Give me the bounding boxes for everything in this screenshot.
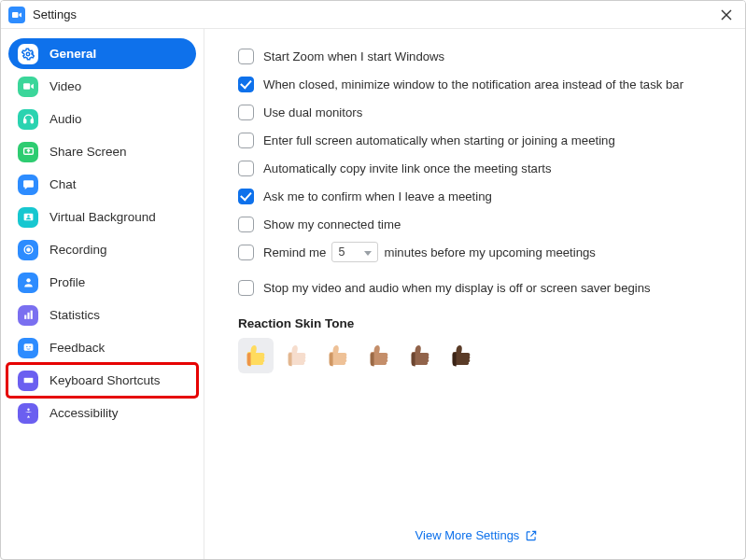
skin-tone-light[interactable] bbox=[279, 338, 315, 373]
option-label: Show my connected time bbox=[263, 217, 401, 231]
svg-rect-5 bbox=[23, 119, 25, 123]
svg-point-3 bbox=[26, 52, 30, 56]
checkbox[interactable] bbox=[238, 217, 254, 232]
remind-minutes-value: 5 bbox=[338, 245, 345, 259]
sidebar-item-statistics[interactable]: Statistics bbox=[8, 300, 196, 330]
svg-point-11 bbox=[26, 248, 29, 251]
sidebar-item-label: General bbox=[49, 47, 96, 61]
sidebar-item-label: Profile bbox=[49, 275, 85, 289]
profile-icon bbox=[18, 273, 38, 293]
feedback-icon bbox=[18, 338, 38, 358]
svg-rect-0 bbox=[12, 12, 19, 18]
option-label: Enter full screen automatically when sta… bbox=[263, 133, 615, 147]
reaction-skin-tone-title: Reaction Skin Tone bbox=[238, 316, 715, 330]
sidebar-item-label: Recording bbox=[49, 243, 107, 257]
skin-tone-default[interactable] bbox=[238, 338, 274, 373]
sidebar-item-label: Feedback bbox=[49, 341, 105, 355]
sidebar-item-virtual-background[interactable]: Virtual Background bbox=[8, 202, 196, 232]
svg-point-26 bbox=[27, 409, 29, 411]
recording-icon bbox=[18, 240, 38, 260]
option-confirm-leave: Ask me to confirm when I leave a meeting bbox=[238, 184, 715, 208]
video-icon bbox=[18, 77, 38, 97]
chat-icon bbox=[18, 175, 38, 195]
skin-tone-row bbox=[238, 338, 715, 373]
sidebar-item-accessibility[interactable]: Accessibility bbox=[8, 398, 196, 428]
sidebar-item-label: Virtual Background bbox=[49, 210, 156, 224]
svg-rect-4 bbox=[23, 83, 30, 90]
svg-point-18 bbox=[29, 346, 30, 347]
sidebar-item-chat[interactable]: Chat bbox=[8, 169, 196, 200]
checkbox[interactable] bbox=[238, 49, 254, 64]
checkbox[interactable] bbox=[238, 189, 254, 204]
sidebar-item-label: Chat bbox=[49, 177, 77, 191]
sidebar-item-keyboard-shortcuts[interactable]: Keyboard Shortcuts bbox=[8, 365, 196, 396]
option-start-with-windows: Start Zoom when I start Windows bbox=[238, 44, 715, 68]
option-label: Start Zoom when I start Windows bbox=[263, 49, 444, 63]
sidebar-item-label: Keyboard Shortcuts bbox=[49, 373, 161, 387]
settings-window: Settings General Video bbox=[0, 0, 746, 560]
option-label: Stop my video and audio when my display … bbox=[263, 281, 651, 295]
checkbox[interactable] bbox=[238, 161, 254, 176]
skin-tone-medium[interactable] bbox=[361, 338, 397, 373]
svg-point-12 bbox=[26, 278, 30, 282]
titlebar: Settings bbox=[1, 1, 745, 29]
accessibility-icon bbox=[18, 403, 38, 424]
option-remind: Remind me 5 minutes before my upcoming m… bbox=[238, 240, 715, 264]
option-dual-monitors: Use dual monitors bbox=[238, 100, 715, 124]
window-title: Settings bbox=[33, 7, 77, 21]
sidebar-item-audio[interactable]: Audio bbox=[8, 104, 196, 134]
checkbox[interactable] bbox=[238, 133, 254, 148]
skin-tone-medium-light[interactable] bbox=[320, 338, 356, 373]
share-screen-icon bbox=[18, 142, 38, 162]
sidebar-item-label: Statistics bbox=[49, 308, 100, 322]
settings-panel: Start Zoom when I start Windows When clo… bbox=[204, 29, 745, 559]
virtual-background-icon bbox=[18, 207, 38, 228]
checkbox[interactable] bbox=[238, 105, 254, 120]
sidebar-item-video[interactable]: Video bbox=[8, 71, 196, 102]
checkbox[interactable] bbox=[238, 77, 254, 92]
link-label: View More Settings bbox=[415, 528, 520, 542]
option-copy-invite: Automatically copy invite link once the … bbox=[238, 156, 715, 180]
svg-rect-16 bbox=[23, 343, 33, 351]
statistics-icon bbox=[18, 305, 38, 326]
option-label: Ask me to confirm when I leave a meeting bbox=[263, 189, 492, 203]
svg-point-9 bbox=[27, 215, 29, 217]
keyboard-icon bbox=[18, 371, 38, 391]
svg-point-17 bbox=[26, 346, 27, 347]
sidebar-item-general[interactable]: General bbox=[8, 38, 196, 69]
option-label: minutes before my upcoming meetings bbox=[384, 245, 596, 259]
checkbox[interactable] bbox=[238, 280, 254, 296]
sidebar-item-label: Accessibility bbox=[49, 406, 119, 420]
option-stop-av-screensaver: Stop my video and audio when my display … bbox=[238, 275, 715, 300]
option-label: Use dual monitors bbox=[263, 105, 362, 119]
sidebar-item-profile[interactable]: Profile bbox=[8, 267, 196, 298]
svg-rect-13 bbox=[24, 315, 26, 319]
app-icon bbox=[8, 7, 25, 23]
svg-rect-19 bbox=[23, 377, 34, 384]
sidebar: General Video Audio Share Screen bbox=[1, 29, 204, 559]
sidebar-item-recording[interactable]: Recording bbox=[8, 234, 196, 265]
option-label: Automatically copy invite link once the … bbox=[263, 161, 552, 175]
gear-icon bbox=[18, 44, 38, 64]
headphones-icon bbox=[18, 109, 38, 130]
sidebar-item-label: Audio bbox=[49, 112, 82, 126]
sidebar-item-share-screen[interactable]: Share Screen bbox=[8, 136, 196, 167]
option-connected-time: Show my connected time bbox=[238, 212, 715, 236]
option-label: When closed, minimize window to the noti… bbox=[263, 77, 683, 91]
skin-tone-dark[interactable] bbox=[443, 338, 479, 373]
option-full-screen: Enter full screen automatically when sta… bbox=[238, 128, 715, 152]
close-button[interactable] bbox=[715, 4, 738, 26]
svg-rect-15 bbox=[30, 311, 32, 319]
sidebar-item-feedback[interactable]: Feedback bbox=[8, 332, 196, 363]
option-minimize-tray: When closed, minimize window to the noti… bbox=[238, 72, 715, 96]
remind-minutes-select[interactable]: 5 bbox=[331, 242, 378, 262]
skin-tone-medium-dark[interactable] bbox=[402, 338, 438, 373]
svg-rect-6 bbox=[31, 119, 33, 123]
svg-rect-14 bbox=[27, 313, 29, 319]
sidebar-item-label: Video bbox=[49, 79, 81, 93]
checkbox[interactable] bbox=[238, 245, 254, 260]
option-label: Remind me bbox=[263, 245, 326, 259]
sidebar-item-label: Share Screen bbox=[49, 145, 127, 159]
view-more-settings-link[interactable]: View More Settings bbox=[238, 500, 715, 542]
